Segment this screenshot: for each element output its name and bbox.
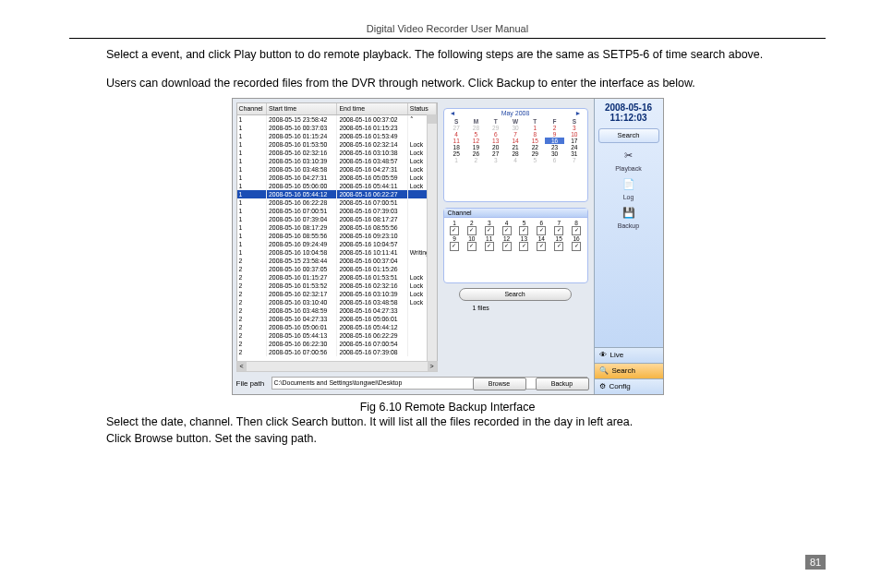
calendar-day[interactable]: 16	[545, 138, 564, 144]
channel-checkbox[interactable]: ✓	[485, 242, 494, 251]
calendar-day[interactable]: 5	[525, 157, 545, 163]
table-row[interactable]: 22008-05-16 05:44:132008-05-16 06:22:29	[237, 331, 437, 340]
table-row[interactable]: 12008-05-16 03:10:392008-05-16 03:48:57L…	[237, 157, 437, 165]
calendar-day[interactable]: 24	[564, 144, 584, 150]
calendar-day[interactable]: 17	[564, 138, 584, 144]
calendar-day[interactable]: 21	[505, 144, 525, 150]
calendar-day[interactable]: 6	[545, 157, 564, 163]
nav-search[interactable]: 🔍Search	[595, 363, 663, 378]
calendar-day[interactable]: 22	[525, 144, 545, 150]
calendar-day[interactable]: 18	[447, 144, 466, 150]
calendar-day[interactable]: 29	[486, 125, 505, 131]
nav-live[interactable]: 👁Live	[595, 347, 663, 363]
channel-checkbox[interactable]: ✓	[502, 226, 512, 235]
calendar[interactable]: ◄ May 2008 ► SMTWTFS27282930123456789101…	[443, 108, 588, 202]
channel-checkbox[interactable]: ✓	[519, 226, 528, 235]
table-row[interactable]: 22008-05-16 00:37:052008-05-16 01:15:26	[237, 265, 437, 273]
file-list[interactable]: Channel Start time End time Status ˄ 120…	[236, 102, 438, 372]
channel-checkbox[interactable]: ✓	[485, 226, 494, 235]
calendar-day[interactable]: 23	[545, 144, 564, 150]
channel-checkbox[interactable]: ✓	[450, 226, 459, 235]
calendar-day[interactable]: 4	[505, 157, 525, 163]
table-row[interactable]: 12008-05-16 04:27:312008-05-16 05:05:59L…	[237, 174, 437, 182]
channel-checkbox[interactable]: ✓	[467, 226, 477, 235]
calendar-day[interactable]: 27	[486, 150, 505, 157]
calendar-day[interactable]: 31	[564, 150, 584, 157]
col-end-time[interactable]: End time	[337, 103, 407, 114]
calendar-day[interactable]: 30	[505, 125, 525, 131]
channel-checkbox[interactable]: ✓	[537, 242, 546, 251]
table-row[interactable]: 22008-05-16 03:48:592008-05-16 04:27:33	[237, 306, 437, 315]
calendar-day[interactable]: 30	[545, 150, 564, 157]
col-start-time[interactable]: Start time	[267, 103, 337, 114]
table-row[interactable]: 22008-05-16 02:32:172008-05-16 03:10:39L…	[237, 290, 437, 298]
channel-checkbox[interactable]: ✓	[554, 226, 563, 235]
table-row[interactable]: 12008-05-16 06:22:282008-05-16 07:00:51	[237, 198, 437, 207]
calendar-day[interactable]: 5	[466, 131, 486, 138]
channel-checkbox[interactable]: ✓	[537, 226, 546, 235]
nav-config[interactable]: ⚙Config	[595, 378, 663, 394]
table-row[interactable]: 22008-05-16 06:22:302008-05-16 07:00:54	[237, 340, 437, 348]
browse-button[interactable]: Browse	[473, 378, 526, 390]
calendar-day[interactable]: 19	[466, 144, 486, 150]
table-row[interactable]: 12008-05-16 03:48:582008-05-16 04:27:31L…	[237, 165, 437, 174]
channel-checkbox[interactable]: ✓	[572, 242, 581, 251]
calendar-day[interactable]: 7	[505, 131, 525, 138]
calendar-day[interactable]: 3	[486, 157, 505, 163]
table-row[interactable]: 22008-05-16 01:53:522008-05-16 02:32:16L…	[237, 282, 437, 290]
backup-button[interactable]: Backup	[536, 378, 589, 390]
table-row[interactable]: 12008-05-16 08:55:562008-05-16 09:23:10	[237, 232, 437, 240]
calendar-day[interactable]: 1	[447, 157, 466, 163]
search-button[interactable]: Search	[459, 288, 572, 301]
table-row[interactable]: 22008-05-16 01:15:272008-05-16 01:53:51L…	[237, 273, 437, 282]
channel-checkbox[interactable]: ✓	[467, 242, 477, 251]
calendar-day[interactable]: 29	[525, 150, 545, 157]
sidebar-search-button[interactable]: Search	[598, 128, 659, 143]
calendar-day[interactable]: 20	[486, 144, 505, 150]
table-row[interactable]: 22008-05-15 23:58:442008-05-16 00:37:04	[237, 257, 437, 265]
calendar-day[interactable]: 12	[466, 138, 486, 144]
table-row[interactable]: 12008-05-16 01:15:242008-05-16 01:53:49	[237, 132, 437, 140]
table-row[interactable]: 12008-05-16 07:39:042008-05-16 08:17:27	[237, 215, 437, 223]
sidebar-playback-button[interactable]: ✂Playback	[595, 148, 663, 172]
col-channel[interactable]: Channel	[237, 103, 268, 114]
table-row[interactable]: 12008-05-16 08:17:292008-05-16 08:55:56	[237, 223, 437, 232]
calendar-next-icon[interactable]: ►	[575, 110, 582, 116]
calendar-day[interactable]: 2	[545, 125, 564, 131]
calendar-day[interactable]: 27	[447, 125, 466, 131]
table-row[interactable]: 22008-05-16 04:27:332008-05-16 05:06:01	[237, 315, 437, 323]
channel-checkbox[interactable]: ✓	[502, 242, 512, 251]
table-row[interactable]: 12008-05-16 00:37:032008-05-16 01:15:23	[237, 124, 437, 132]
table-row[interactable]: 22008-05-16 05:06:012008-05-16 05:44:12	[237, 323, 437, 331]
table-row[interactable]: 12008-05-16 05:44:122008-05-16 06:22:27	[237, 190, 437, 198]
calendar-day[interactable]: 6	[486, 131, 505, 138]
calendar-day[interactable]: 26	[466, 150, 486, 157]
calendar-day[interactable]: 10	[564, 131, 584, 138]
channel-checkbox[interactable]: ✓	[450, 242, 459, 251]
calendar-day[interactable]: 14	[505, 138, 525, 144]
calendar-day[interactable]: 4	[447, 131, 466, 138]
table-row[interactable]: 12008-05-16 05:06:002008-05-16 05:44:11L…	[237, 182, 437, 190]
calendar-day[interactable]: 8	[525, 131, 545, 138]
channel-checkbox[interactable]: ✓	[554, 242, 563, 251]
calendar-day[interactable]: 3	[564, 125, 584, 131]
horizontal-scrollbar[interactable]	[236, 361, 438, 372]
table-row[interactable]: 12008-05-16 01:53:502008-05-16 02:32:14L…	[237, 140, 437, 149]
calendar-day[interactable]: 28	[466, 125, 486, 131]
channel-checkbox[interactable]: ✓	[519, 242, 528, 251]
table-row[interactable]: 12008-05-16 09:24:492008-05-16 10:04:57	[237, 240, 437, 248]
table-row[interactable]: 22008-05-16 03:10:402008-05-16 03:48:58L…	[237, 298, 437, 306]
table-row[interactable]: 12008-05-16 07:00:512008-05-16 07:39:03	[237, 207, 437, 215]
calendar-day[interactable]: 2	[466, 157, 486, 163]
calendar-day[interactable]: 13	[486, 138, 505, 144]
table-row[interactable]: 12008-05-16 02:32:162008-05-16 03:10:38L…	[237, 149, 437, 157]
calendar-day[interactable]: 7	[564, 157, 584, 163]
calendar-day[interactable]: 25	[447, 150, 466, 157]
calendar-day[interactable]: 11	[447, 138, 466, 144]
sidebar-log-button[interactable]: 📄Log	[595, 176, 663, 200]
calendar-day[interactable]: 1	[525, 125, 545, 131]
vertical-scrollbar[interactable]	[427, 114, 437, 371]
table-row[interactable]: 12008-05-15 23:58:422008-05-16 00:37:02	[237, 115, 437, 124]
col-status[interactable]: Status ˄	[408, 103, 437, 114]
sidebar-backup-button[interactable]: 💾Backup	[595, 205, 663, 229]
